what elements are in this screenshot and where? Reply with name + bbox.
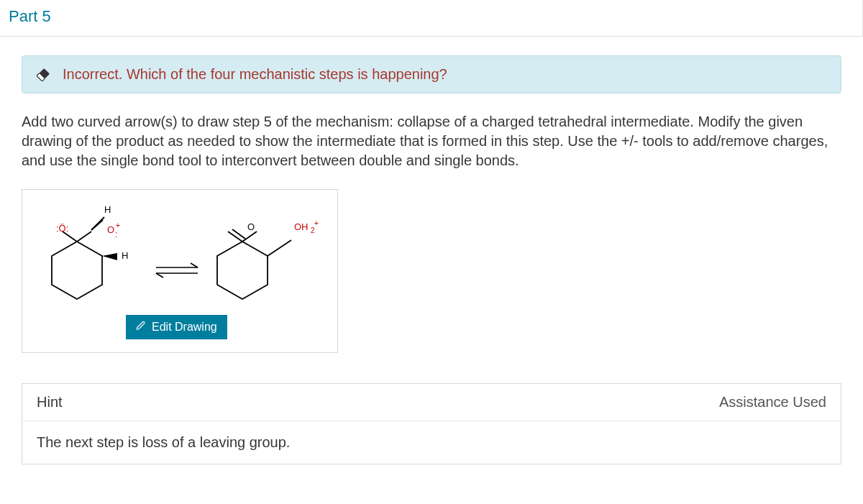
pencil-icon bbox=[136, 321, 146, 334]
svg-text:OH: OH bbox=[294, 221, 309, 232]
svg-line-18 bbox=[232, 229, 245, 239]
svg-line-19 bbox=[242, 232, 257, 242]
hint-body: The next step is loss of a leaving group… bbox=[22, 421, 841, 464]
svg-marker-8 bbox=[102, 253, 117, 260]
svg-marker-16 bbox=[217, 242, 268, 299]
svg-text:2: 2 bbox=[311, 226, 315, 234]
svg-text:O: O bbox=[107, 224, 114, 235]
molecule-drawing[interactable]: :Ö: : O + H H bbox=[32, 200, 327, 315]
svg-text::: : bbox=[115, 229, 117, 239]
edit-drawing-button[interactable]: Edit Drawing bbox=[126, 315, 227, 339]
hint-header: Hint Assistance Used bbox=[22, 384, 841, 421]
hint-title: Hint bbox=[37, 394, 63, 411]
svg-line-4 bbox=[77, 232, 91, 242]
hint-panel: Hint Assistance Used The next step is lo… bbox=[22, 383, 841, 464]
part-header: Part 5 bbox=[0, 0, 863, 37]
feedback-text: Incorrect. Which of the four mechanistic… bbox=[63, 66, 447, 83]
edit-drawing-label: Edit Drawing bbox=[152, 321, 217, 334]
assistance-used-label: Assistance Used bbox=[719, 394, 826, 411]
drawing-panel: :Ö: : O + H H bbox=[22, 189, 338, 353]
svg-text:+: + bbox=[116, 221, 120, 229]
eraser-icon bbox=[35, 67, 51, 83]
question-instructions: Add two curved arrow(s) to draw step 5 o… bbox=[22, 112, 841, 170]
content-area: Incorrect. Which of the four mechanistic… bbox=[0, 37, 863, 464]
feedback-banner: Incorrect. Which of the four mechanistic… bbox=[22, 55, 841, 93]
svg-line-25 bbox=[268, 240, 291, 256]
svg-line-17 bbox=[228, 232, 242, 242]
svg-marker-2 bbox=[52, 242, 102, 299]
svg-text:O: O bbox=[247, 221, 255, 232]
svg-text:+: + bbox=[314, 219, 319, 227]
svg-text:H: H bbox=[104, 204, 111, 215]
part-title: Part 5 bbox=[9, 7, 51, 25]
svg-text:H: H bbox=[122, 250, 128, 261]
o-lone-label: :Ö: bbox=[56, 223, 68, 234]
svg-line-6 bbox=[91, 217, 104, 230]
